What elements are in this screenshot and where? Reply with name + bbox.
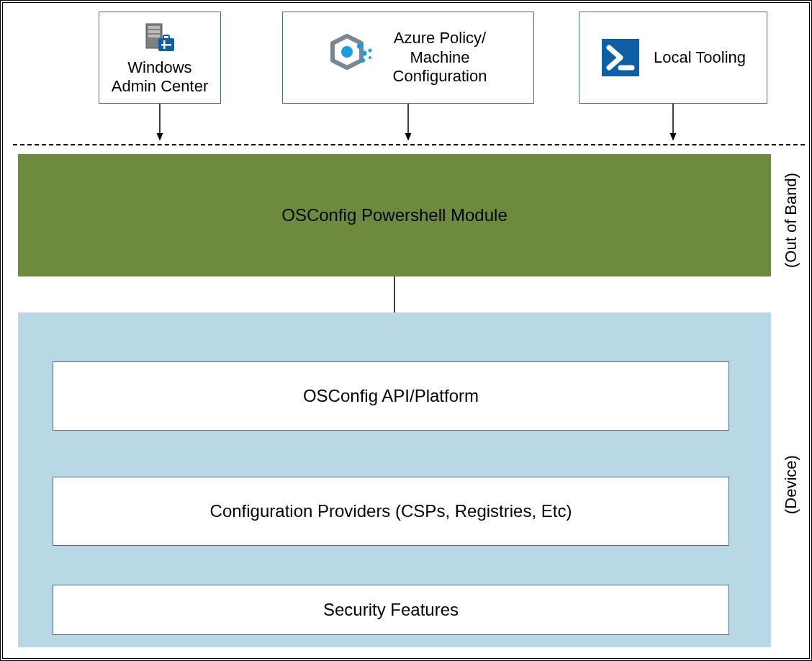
inner-security-features: Security Features — [53, 585, 729, 635]
side-label-device: (Device) — [782, 442, 800, 514]
side-label-out-of-band: (Out of Band) — [782, 160, 800, 268]
osconfig-powershell-module: OSConfig Powershell Module — [18, 154, 771, 276]
inner-label: Security Features — [323, 600, 459, 620]
inner-config-providers: Configuration Providers (CSPs, Registrie… — [53, 477, 729, 546]
inner-label: Configuration Providers (CSPs, Registrie… — [210, 501, 572, 521]
dashed-divider — [13, 144, 805, 145]
inner-label: OSConfig API/Platform — [303, 386, 479, 406]
side-label-text: (Device) — [782, 455, 800, 514]
side-label-text: (Out of Band) — [782, 173, 800, 268]
diagram-frame: Windows Admin Center Azure Policy/ Machi… — [0, 0, 812, 661]
inner-osconfig-api: OSConfig API/Platform — [53, 361, 729, 431]
green-band-label: OSConfig Powershell Module — [281, 205, 508, 225]
device-block: OSConfig API/Platform Configuration Prov… — [18, 312, 771, 647]
